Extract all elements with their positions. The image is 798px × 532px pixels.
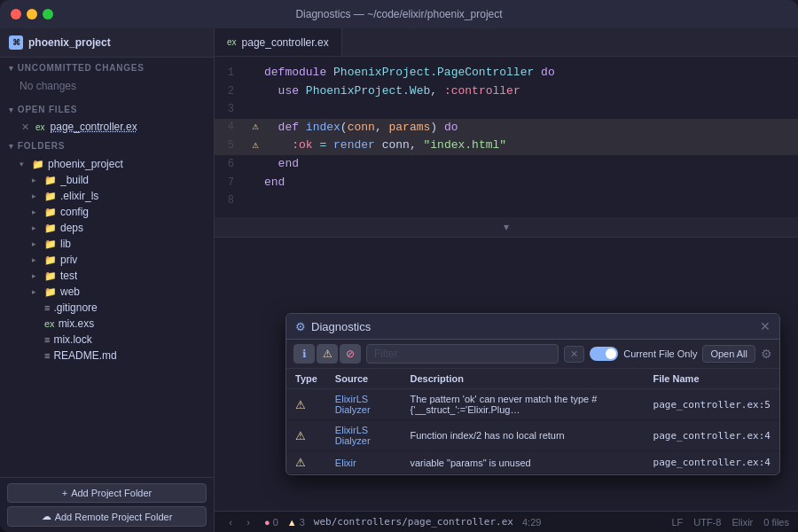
elixir-icon: ex — [44, 318, 55, 329]
warning-badge-icon: ⚠ — [295, 456, 306, 469]
tree-folder-deps[interactable]: ▸ 📁 deps — [0, 220, 214, 236]
code-line-8: 8 — [215, 192, 798, 210]
warning-badge-icon: ⚠ — [295, 429, 306, 442]
file-icon: ≡ — [44, 350, 50, 361]
tree-folder-elixir-ls[interactable]: ▸ 📁 .elixir_ls — [0, 188, 214, 204]
table-row[interactable]: ⚠ ElixirLS Dialyzer The pattern 'ok' can… — [286, 389, 779, 420]
diagnostics-table: Type Source Description File Name ⚠ — [286, 369, 779, 474]
nav-prev-button[interactable]: ‹ — [223, 517, 238, 528]
tree-file-readme[interactable]: ≡ README.md — [0, 348, 214, 364]
titlebar: Diagnostics — ~/code/elixir/phoenix_proj… — [0, 0, 798, 28]
code-editor[interactable]: 1 defmodule PhoenixProject.PageControlle… — [215, 57, 798, 511]
folder-icon: 📁 — [32, 159, 44, 170]
current-file-toggle[interactable]: Current File Only — [590, 347, 697, 361]
diagnostics-title: ⚙ Diagnostics — [295, 320, 371, 333]
close-file-icon[interactable]: ✕ — [20, 121, 30, 133]
settings-icon[interactable]: ⚙ — [761, 347, 772, 361]
code-lines: 1 defmodule PhoenixProject.PageControlle… — [215, 57, 798, 217]
toggle-label: Current File Only — [623, 348, 697, 359]
tab-filename: page_controller.ex — [242, 36, 329, 49]
file-mix-exs-label: mix.exs — [59, 317, 95, 330]
table-row[interactable]: ⚠ Elixir variable "params" is unused — [286, 451, 779, 474]
status-file-path: web/controllers/page_controller.ex — [314, 516, 513, 528]
close-panel-button[interactable]: ✕ — [760, 319, 771, 333]
chevron-down-icon: ▾ — [20, 160, 28, 168]
table-row[interactable]: ⚠ ElixirLS Dialyzer Function index/2 has… — [286, 420, 779, 451]
row-description: The pattern 'ok' can never match the typ… — [401, 389, 644, 420]
open-file-item[interactable]: ✕ ex page_controller.ex — [0, 118, 214, 136]
folder-priv-label: priv — [60, 254, 77, 266]
tree-folder-test[interactable]: ▸ 📁 test — [0, 268, 214, 284]
language: Elixir — [732, 517, 753, 528]
code-line-5: 5 ⚠ :ok = render conn, "index.html" — [215, 137, 798, 155]
row-type: ⚠ — [286, 451, 326, 474]
row-description: variable "params" is unused — [401, 451, 644, 474]
error-count: 0 — [273, 517, 278, 528]
project-name: phoenix_project — [28, 36, 111, 49]
chevron-down-icon: ▾ — [9, 64, 14, 73]
nav-next-button[interactable]: › — [241, 517, 255, 528]
filter-warning-button[interactable]: ⚠ — [317, 344, 338, 364]
minimize-button[interactable] — [27, 9, 37, 20]
warning-status-icon: ▲ — [287, 517, 297, 528]
elixir-tab-icon: ex — [227, 37, 237, 47]
app-window: Diagnostics — ~/code/elixir/phoenix_proj… — [0, 0, 798, 532]
open-file-name: page_controller.ex — [51, 121, 137, 133]
code-content: end — [264, 174, 798, 192]
code-line-3: 3 — [215, 101, 798, 119]
filter-error-button[interactable]: ⊘ — [340, 344, 361, 364]
editor-tabs: ex page_controller.ex — [215, 28, 798, 57]
elixir-file-icon: ex — [35, 122, 45, 132]
tree-folder-lib[interactable]: ▸ 📁 lib — [0, 236, 214, 252]
folder-icon: 📁 — [44, 254, 57, 266]
diagnostics-table-body: ⚠ ElixirLS Dialyzer The pattern 'ok' can… — [286, 389, 779, 474]
info-icon: ℹ — [302, 348, 307, 360]
line-number: 3 — [215, 101, 246, 118]
toggle-track[interactable] — [590, 347, 618, 361]
warning-icon: ⚠ — [323, 348, 332, 360]
close-all-button[interactable]: ✕ — [564, 346, 584, 363]
folder-icon: 📁 — [44, 286, 57, 298]
tree-folder-priv[interactable]: ▸ 📁 priv — [0, 252, 214, 268]
filter-input[interactable] — [366, 344, 559, 364]
section-open-files[interactable]: ▾ OPEN FILES — [0, 99, 214, 118]
row-source: ElixirLS Dialyzer — [326, 420, 402, 451]
panel-collapse-handle[interactable]: ▾ — [215, 217, 798, 238]
col-type: Type — [286, 369, 326, 389]
line-ending: LF — [671, 517, 683, 528]
window-title: Diagnostics — ~/code/elixir/phoenix_proj… — [295, 8, 502, 20]
section-uncommitted[interactable]: ▾ UNCOMMITTED CHANGES — [0, 58, 214, 76]
close-button[interactable] — [11, 9, 21, 20]
tree-file-mix-exs[interactable]: ex mix.exs — [0, 316, 214, 332]
line-number: 4 — [215, 119, 246, 136]
tree-folder-web[interactable]: ▸ 📁 web — [0, 284, 214, 300]
editor-area: ex page_controller.ex 1 defmodule Phoeni… — [215, 28, 798, 532]
maximize-button[interactable] — [43, 9, 53, 20]
status-errors: ● 0 — [264, 517, 278, 528]
add-project-button[interactable]: + Add Project Folder — [7, 483, 207, 503]
tree-file-gitignore[interactable]: ≡ .gitignore — [0, 300, 214, 316]
tree-folder-config[interactable]: ▸ 📁 config — [0, 204, 214, 220]
chevron-down-icon: ▾ — [504, 221, 509, 233]
col-source: Source — [326, 369, 402, 389]
tree-file-mix-lock[interactable]: ≡ mix.lock — [0, 332, 214, 348]
project-icon: ⌘ — [9, 35, 23, 50]
chevron-right-icon: ▸ — [32, 192, 41, 200]
line-number: 7 — [215, 175, 246, 192]
toggle-thumb — [606, 348, 616, 359]
error-icon: ⊘ — [346, 348, 355, 360]
tree-folder-build[interactable]: ▸ 📁 _build — [0, 172, 214, 188]
sidebar-bottom: + Add Project Folder ☁ Add Remote Projec… — [0, 477, 214, 532]
error-status-icon: ● — [264, 517, 270, 528]
chevron-down-icon: ▾ — [9, 106, 14, 114]
open-all-button[interactable]: Open All — [702, 345, 755, 363]
add-folder-icon: + — [62, 488, 67, 498]
tree-folder-root[interactable]: ▾ 📁 phoenix_project — [0, 156, 214, 172]
chevron-right-icon: ▸ — [32, 207, 41, 216]
section-folders[interactable]: ▾ FOLDERS — [0, 136, 214, 154]
folder-test-label: test — [60, 270, 77, 282]
editor-tab-page-controller[interactable]: ex page_controller.ex — [215, 28, 342, 56]
line-number: 5 — [215, 137, 246, 154]
add-remote-project-button[interactable]: ☁ Add Remote Project Folder — [7, 506, 207, 527]
filter-info-button[interactable]: ℹ — [293, 344, 315, 364]
